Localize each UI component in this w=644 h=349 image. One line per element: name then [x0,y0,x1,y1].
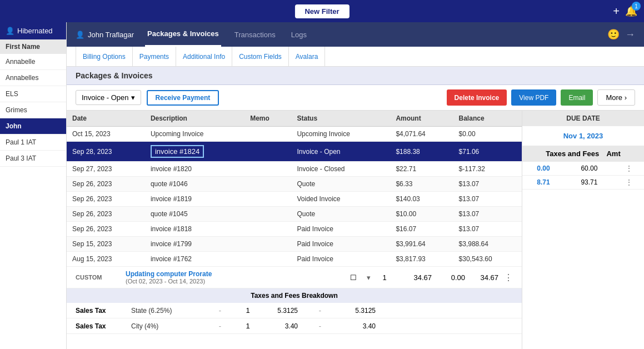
cell-desc: invoice #1819 [145,192,244,207]
custom-price: 34.67 [398,273,432,282]
right-dots-1[interactable]: ⋮ [614,176,644,190]
custom-total: 34.67 [471,273,498,282]
custom-row-menu[interactable]: ⋮ [504,272,513,283]
more-button[interactable]: More › [597,89,635,106]
cell-status: Voided Invoice [291,192,390,207]
receive-payment-button[interactable]: Receive Payment [147,90,219,106]
col-memo: Memo [244,111,291,127]
customer-header: 👤 John Traflagar Packages & Invoices Tra… [67,22,644,47]
table-row[interactable]: Sep 15, 2023 invoice #1799 Paid Invoice … [67,237,522,252]
tax-dash-1: - [209,306,231,315]
cell-memo [244,222,291,237]
cell-desc: invoice #1824 [145,142,244,162]
cell-balance: $30,543.60 [453,252,522,267]
right-panel: DUE DATE Nov 1, 2023 Taxes and Fees Amt … [522,111,644,349]
sidebar-item-grimes[interactable]: Grimes [0,102,66,118]
sub-tab-avalara[interactable]: Avalara [289,47,325,67]
right-table-row: 0.00 60.00 ⋮ [522,162,644,176]
view-pdf-button[interactable]: View PDF [511,89,556,106]
cell-balance: $-117.32 [453,162,522,177]
sub-tabs: Billing Options Payments Additional Info… [67,47,644,67]
table-row[interactable]: Oct 15, 2023 Upcoming Invoice Upcoming I… [67,127,522,142]
col-balance: Balance [453,111,522,127]
tax-label-1: Sales Tax [76,307,120,315]
cell-balance: $71.06 [453,142,522,162]
cell-memo [244,177,291,192]
cell-status: Invoice - Open [291,142,390,162]
tab-transactions[interactable]: Transactions [232,22,278,47]
sidebar-item-john[interactable]: John [0,118,66,134]
table-row[interactable]: Sep 26, 2023 invoice #1819 Voided Invoic… [67,192,522,207]
cell-date: Sep 26, 2023 [67,192,145,207]
right-dots-0[interactable]: ⋮ [614,162,644,176]
cell-amount: $22.71 [390,162,453,177]
table-row[interactable]: Sep 27, 2023 invoice #1820 Invoice - Clo… [67,162,522,177]
cell-date: Sep 28, 2023 [67,142,145,162]
invoice-dropdown[interactable]: Invoice - Open ▾ [76,90,141,105]
cell-status: Paid Invoice [291,252,390,267]
cell-memo [244,252,291,267]
add-icon[interactable]: + [613,5,620,18]
table-row[interactable]: Sep 26, 2023 invoice #1818 Paid Invoice … [67,222,522,237]
notification-icon[interactable]: 🔔 1 [625,5,637,17]
custom-row: CUSTOM Updating computer Prorate (Oct 02… [67,267,522,288]
cell-amount: $188.38 [390,142,453,162]
cell-date: Sep 27, 2023 [67,162,145,177]
email-button[interactable]: Email [561,89,593,106]
tax-total-1: 5.3125 [342,307,376,315]
cell-amount: $10.00 [390,207,453,222]
header-right: 🙂 → [607,28,635,41]
sidebar-section-header: First Name [0,39,66,54]
top-bar-center: New Filter [294,4,349,18]
sidebar-hibernated[interactable]: 👤 Hibernated [0,22,66,39]
sub-tab-additional-info[interactable]: Additional Info [176,47,232,67]
table-row[interactable]: Aug 15, 2023 invoice #1762 Paid Invoice … [67,252,522,267]
customer-name: 👤 John Traflagar [76,31,134,39]
tax-row-2: Sales Tax City (4%) - 1 3.40 - 3.40 [67,318,522,334]
delete-invoice-button[interactable]: Delete Invoice [447,89,507,106]
cell-balance: $13.07 [453,192,522,207]
cell-amount: $6.33 [390,177,453,192]
cell-status: Paid Invoice [291,237,390,252]
custom-dropdown-icon[interactable]: ▾ [367,273,371,282]
cell-desc: invoice #1820 [145,162,244,177]
sidebar-item-annabelles[interactable]: Annabelles [0,70,66,86]
cell-desc: quote #1046 [145,177,244,192]
custom-subtitle: (Oct 02, 2023 - Oct 14, 2023) [126,278,345,285]
cell-balance: $3,988.64 [453,237,522,252]
tax-qty-1: 1 [242,306,253,315]
sidebar-item-annabelle[interactable]: Annabelle [0,54,66,70]
tax-total-2: 3.40 [342,322,376,330]
sub-tab-custom-fields[interactable]: Custom Fields [232,47,289,67]
tax-dash2-1: - [309,306,331,315]
table-row[interactable]: Sep 26, 2023 quote #1045 Quote $10.00 $1… [67,207,522,222]
table-row[interactable]: Sep 26, 2023 quote #1046 Quote $6.33 $13… [67,177,522,192]
emoji-icon[interactable]: 🙂 [607,28,620,41]
tax-dash2-2: - [309,322,331,330]
custom-checkbox[interactable]: ☐ [350,273,361,282]
sidebar-item-paul3[interactable]: Paul 3 IAT [0,151,66,167]
sidebar-item-paul1[interactable]: Paul 1 IAT [0,134,66,151]
new-filter-button[interactable]: New Filter [294,4,349,18]
cell-status: Quote [291,177,390,192]
custom-title: Updating computer Prorate [126,270,345,278]
sidebar-item-els[interactable]: ELS [0,86,66,102]
tab-packages-invoices[interactable]: Packages & Invoices [145,22,221,47]
toolbar-right: Delete Invoice View PDF Email More › [447,89,635,106]
sidebar: 👤 Hibernated First Name Annabelle Annabe… [0,22,67,349]
sub-tab-payments[interactable]: Payments [133,47,176,67]
cell-amount: $140.03 [390,192,453,207]
arrow-right-icon[interactable]: → [625,29,635,41]
desc-box: invoice #1824 [151,145,204,158]
taxes-fees-header: Taxes and Fees Amt [522,146,644,162]
taxes-breakdown-header: Taxes and Fees Breakdown [67,288,522,303]
cell-amount: $4,071.64 [390,127,453,142]
cell-amount: $16.07 [390,222,453,237]
cell-status: Quote [291,207,390,222]
sub-tab-billing[interactable]: Billing Options [76,47,133,67]
cell-memo [244,192,291,207]
right-table-row: 8.71 93.71 ⋮ [522,176,644,190]
table-row[interactable]: Sep 28, 2023 invoice #1824 Invoice - Ope… [67,142,522,162]
tab-logs[interactable]: Logs [289,22,309,47]
invoice-table: Date Description Memo Status Amount Bala… [67,111,522,267]
